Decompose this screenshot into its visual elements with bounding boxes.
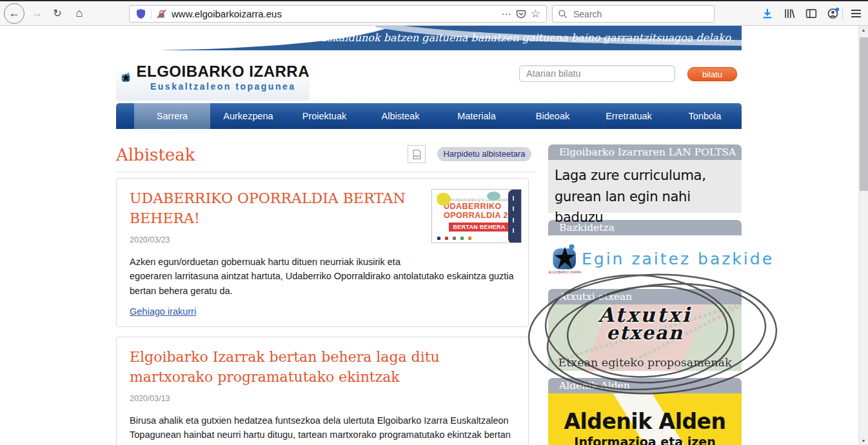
subscribe-news-button[interactable]: Harpidetu albisteetara — [437, 147, 531, 161]
hamburger-icon — [851, 10, 861, 11]
toolbar-divider — [842, 8, 843, 21]
thumb-figure-graphic — [508, 190, 522, 243]
site-top-banner: Euskaldunok batzen gaituena banatzen gai… — [116, 26, 742, 50]
tracking-shield-icon[interactable] — [135, 8, 146, 19]
atxutxi-script-text: Atxutxi etxean — [548, 306, 742, 342]
back-icon: ← — [8, 6, 20, 20]
nav-item-materiala[interactable]: Materiala — [439, 103, 515, 129]
home-icon: ⌂ — [76, 6, 83, 20]
nav-item-erretratuak[interactable]: Erretratuak — [591, 103, 667, 129]
page-actions-icon[interactable]: ⋯ — [502, 8, 511, 20]
article-title[interactable]: Elgoibarko Izarrak bertan behera laga di… — [130, 348, 515, 388]
heading-divider — [116, 172, 535, 172]
sidebars-button[interactable] — [804, 8, 819, 19]
lan-poltsa-banner[interactable]: Laga zure curriculuma, gurean lan egin n… — [548, 160, 742, 213]
widget-title[interactable]: Aldenik Alden — [548, 378, 742, 393]
back-button[interactable]: ← — [4, 3, 25, 24]
forward-button[interactable]: → — [28, 5, 45, 22]
atxutxi-banner[interactable]: Atxutxi etxean Etxean egiteko proposamen… — [548, 304, 742, 371]
bookmark-star-icon[interactable]: ☆ — [531, 7, 540, 21]
logo-title: ELGOIBARKO IZARRA — [137, 63, 310, 81]
page-viewport: Euskaldunok batzen gaituena banatzen gai… — [0, 26, 858, 445]
news-article-card: UDABERRIKO OPORRALDIA BERTAN BEHERA! ATX… — [116, 178, 529, 327]
mini-logo: ELGOIBARKO IZARRA — [548, 244, 582, 274]
thumb-yellow-blob — [437, 193, 451, 206]
forward-icon: → — [31, 6, 43, 20]
sidebar: Elgoibarko Izarraren LAN POLTSA Laga zur… — [548, 144, 742, 445]
thumb-logos — [437, 237, 471, 240]
site-search-input[interactable] — [519, 65, 675, 82]
url-text[interactable]: www.elgoibarkoizarra.eus — [172, 8, 497, 19]
mini-logo-caption: ELGOIBARKO IZARRA — [549, 271, 582, 274]
widget-aldenik-alden: Aldenik Alden Aldenik Alden Informazioa … — [548, 378, 742, 445]
reload-icon: ↻ — [53, 7, 61, 19]
menu-button[interactable] — [849, 6, 863, 21]
widget-title[interactable]: Elgoibarko Izarraren LAN POLTSA — [548, 144, 742, 160]
aldenik-subtitle: Informazioa eta izen emateak — [548, 435, 742, 445]
widget-atxutxi-etxean: Atxutxi etxean Atxutxi etxean Etxean egi… — [548, 289, 742, 371]
notification-dot — [835, 7, 839, 11]
library-button[interactable] — [782, 8, 797, 19]
library-icon — [784, 8, 795, 19]
thumb-teal-blob — [487, 192, 500, 201]
main-nav: Sarrera Aurkezpena Proiektuak Albisteak … — [116, 103, 742, 129]
logo-star-icon — [551, 244, 578, 271]
widget-title[interactable]: Atxutxi etxean — [548, 289, 742, 304]
scroll-down-icon[interactable]: ▼ — [859, 439, 868, 443]
lan-poltsa-line1: Laga zure curriculuma, — [555, 165, 735, 186]
sidebar-icon — [805, 8, 817, 19]
browser-search-input[interactable] — [572, 8, 709, 20]
widget-lan-poltsa: Elgoibarko Izarraren LAN POLTSA Laga zur… — [548, 144, 742, 213]
browser-search-bar[interactable] — [552, 5, 715, 23]
logo-star-icon — [121, 57, 131, 98]
account-button[interactable] — [825, 7, 842, 20]
download-icon — [762, 8, 773, 19]
nav-item-tonbola[interactable]: Tonbola — [667, 103, 743, 129]
bazkidetza-text: Egin zaitez bazkide — [582, 250, 774, 268]
site-search-button[interactable]: bilatu — [687, 67, 737, 81]
account-icon — [827, 7, 840, 20]
search-icon — [558, 9, 567, 19]
scrollbar-thumb[interactable] — [860, 37, 868, 191]
nav-item-sarrera[interactable]: Sarrera — [134, 103, 210, 129]
site-logo[interactable]: ELGOIBARKO IZARRA Euskaltzaleon topagune… — [116, 54, 310, 101]
page-scrollbar[interactable]: ▲ ▼ — [858, 26, 868, 445]
article-body: egoeraren larritasuna aintzat hartuta, U… — [130, 269, 515, 298]
site-header: ELGOIBARKO IZARRA Euskaltzaleon topagune… — [116, 50, 742, 103]
nav-item-aurkezpena[interactable]: Aurkezpena — [210, 103, 286, 129]
nav-item-bideoak[interactable]: Bideoak — [515, 103, 591, 129]
insecure-lock-icon[interactable] — [156, 8, 167, 19]
thumb-ribbon: BERTAN BEHERA — [449, 222, 509, 232]
widget-bazkidetza: Bazkidetza ELGOIBARKO IZARRA Egin zaitez… — [548, 220, 742, 282]
article-body-line1: Azken egun/orduetan gobernuak hartu ditu… — [130, 255, 515, 269]
site-slogan: Euskaldunok batzen gaituena banatzen gai… — [313, 32, 734, 44]
downloads-button[interactable] — [760, 8, 775, 19]
aldenik-title: Aldenik Alden — [548, 409, 742, 434]
url-bar[interactable]: www.elgoibarkoizarra.eus ⋯ ☆ — [129, 5, 547, 23]
logo-subtitle: Euskaltzaleon topagunea — [150, 81, 296, 92]
reload-button[interactable]: ↻ — [49, 5, 66, 22]
news-article-card: Elgoibarko Izarrak bertan behera laga di… — [116, 337, 529, 445]
bazkidetza-banner[interactable]: ELGOIBARKO IZARRA Egin zaitez bazkide — [548, 235, 742, 282]
article-title[interactable]: UDABERRIKO OPORRALDIA BERTAN BEHERA! — [130, 189, 431, 229]
pocket-icon[interactable] — [516, 9, 526, 19]
article-body: Birusa ahalik eta gutxien hedatzea funts… — [130, 413, 515, 445]
nav-item-proiektuak[interactable]: Proiektuak — [286, 103, 362, 129]
widget-title[interactable]: Bazkidetza — [548, 220, 742, 235]
read-more-link[interactable]: Gehiago irakurri — [130, 306, 196, 317]
scroll-up-icon[interactable]: ▲ — [859, 28, 868, 32]
home-button[interactable]: ⌂ — [71, 5, 88, 22]
article-thumbnail[interactable]: ATXUTXIAMAIKAREN ETA LUDOTEKAREN UDABERR… — [431, 189, 522, 243]
urlbar-divider — [151, 8, 152, 19]
atxutxi-caption: Etxean egiteko proposamenak — [548, 356, 742, 369]
feed-document-icon — [411, 149, 422, 160]
aldenik-banner[interactable]: Aldenik Alden Informazioa eta izen emate… — [548, 393, 742, 445]
browser-toolbar: ← → ↻ ⌂ www.elgoibarkoizarra.eus ⋯ ☆ — [0, 0, 868, 26]
nav-item-albisteak[interactable]: Albisteak — [362, 103, 439, 129]
article-date: 2020/03/13 — [130, 394, 515, 403]
feed-button[interactable] — [408, 145, 426, 163]
